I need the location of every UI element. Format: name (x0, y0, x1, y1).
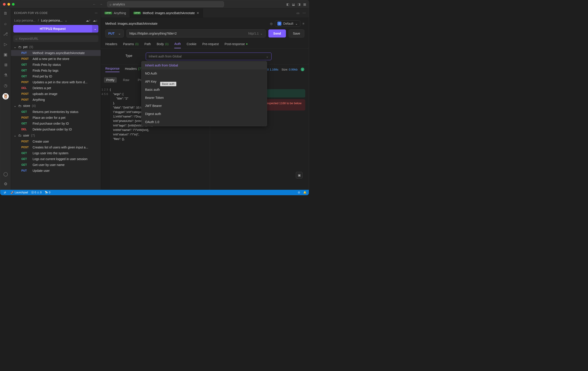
tree-item[interactable]: POSTPlace an order for a pet (11, 115, 101, 121)
layout-right-icon[interactable]: ◨ (298, 2, 301, 6)
close-window[interactable] (3, 3, 6, 6)
chevron-down-icon: ⌄ (14, 134, 16, 137)
tree-item[interactable]: GETFinds Pets by tags (11, 68, 101, 74)
close-icon[interactable]: ✕ (197, 11, 199, 15)
layout-left-icon[interactable]: ◧ (286, 2, 289, 6)
launchpad-button[interactable]: 🚀 Launchpad (10, 191, 28, 194)
tree-item[interactable]: DELDelete purchase order by ID (11, 127, 101, 132)
tab-auth[interactable]: Auth (174, 40, 181, 48)
tree-item[interactable]: GETLogs user into the system (11, 150, 101, 156)
window-controls (3, 3, 15, 6)
nav-back-icon[interactable]: ← (93, 2, 96, 6)
sidebar-search[interactable]: ⌕ Keyword/URL (13, 35, 98, 42)
nav-forward-icon[interactable]: → (99, 2, 103, 6)
source-control-icon[interactable]: ⎇ (3, 31, 8, 37)
url-input[interactable]: https://httpbin.org/anything?title=2 htt… (126, 29, 266, 38)
tree-item[interactable]: GETFind pet by ID (11, 74, 101, 79)
tree-folder[interactable]: ⌄🗀store (4) (11, 103, 101, 109)
tab-anything[interactable]: HTTP Anything (101, 8, 130, 18)
layout-grid-icon[interactable]: ▦ (303, 2, 306, 6)
tree-item[interactable]: GETFind purchase order by ID (11, 121, 101, 127)
tree-item[interactable]: GETLogs out current logged in user sessi… (11, 156, 101, 162)
account-icon[interactable]: ◯ (3, 171, 8, 177)
new-request-button[interactable]: HTTP1/2 Request (13, 25, 92, 32)
tab-post-response[interactable]: Post-response (225, 40, 248, 48)
download-icon[interactable]: ↓ (301, 68, 304, 71)
new-request-caret[interactable]: ⌄ (92, 25, 98, 32)
breadcrumb[interactable]: Lucy persona... / Lucy persona... ⌄ ☁↑ ☁… (11, 18, 101, 23)
maximize-window[interactable] (12, 3, 15, 6)
resp-tab-headers[interactable]: Headers(7) (125, 67, 142, 72)
more-icon[interactable]: ⋯ (95, 11, 98, 15)
tab-headers[interactable]: Headers (105, 40, 117, 48)
auth-option[interactable]: OAuth 1.0 (141, 118, 267, 126)
tree-item[interactable]: POSTuploads an image (11, 91, 101, 97)
chevron-down-icon[interactable]: ⌄ (65, 19, 67, 22)
disc-icon[interactable]: ◎ (270, 22, 273, 25)
auth-option[interactable]: JWT Bearer (141, 102, 267, 110)
panel-icon[interactable]: ▭ (296, 11, 299, 15)
tree-item[interactable]: POSTAdd a new pet to the store (11, 56, 101, 62)
remote-icon[interactable]: 🖥 (3, 62, 8, 68)
environment-select[interactable]: D Default ⌄ (275, 21, 300, 27)
timeline-icon[interactable]: ◷ (3, 83, 8, 88)
run-icon[interactable]: ▷ (3, 42, 8, 47)
tree-item[interactable]: PUTMethod: images.asyncBatchAnnotate (11, 50, 101, 56)
global-search[interactable]: ⌕ analytics (107, 1, 224, 7)
echoapi-icon[interactable]: 🦉 (2, 93, 9, 99)
resp-tab-response[interactable]: Response (105, 67, 119, 72)
search-icon[interactable]: ⌕ (3, 21, 8, 26)
tree-item[interactable]: POSTUpdates a pet in the store with form… (11, 79, 101, 85)
method-badge: POST (21, 92, 30, 95)
method-badge: DEL (21, 128, 30, 131)
tab-params[interactable]: Params(1) (123, 40, 139, 48)
auth-option[interactable]: NO Auth (141, 69, 267, 77)
layout-toggle-icon[interactable]: ▣ (296, 172, 303, 179)
layout-bottom-icon[interactable]: ⬓ (292, 2, 295, 6)
tree-item[interactable]: GETGet user by user name (11, 162, 101, 168)
broadcast-icon[interactable]: ⊙ (298, 191, 300, 194)
extensions-icon[interactable]: ▣ (3, 52, 8, 57)
menu-icon[interactable]: ≡ (303, 22, 304, 25)
chevron-down-icon[interactable]: ⌄ (260, 32, 263, 35)
tab-path[interactable]: Path (144, 40, 151, 48)
tree-item[interactable]: POSTCreate user (11, 138, 101, 144)
tab-cookie[interactable]: Cookie (187, 40, 197, 48)
testing-icon[interactable]: ⚗ (3, 73, 8, 78)
send-button[interactable]: Send (268, 29, 286, 38)
tab-body[interactable]: Body(1) (157, 40, 169, 48)
remote-indicator[interactable]: ⇄ (2, 190, 7, 195)
auth-option[interactable]: Bearer Token (141, 94, 267, 102)
tree-folder[interactable]: ⌄🗀pet (9) (11, 44, 101, 50)
cloud-down-icon[interactable]: ☁↓ (93, 19, 97, 22)
auth-option[interactable]: Inherit auth from Global (141, 61, 267, 69)
method-badge: POST (21, 57, 30, 60)
tree-folder[interactable]: ⌄🗀user (7) (11, 132, 101, 138)
method-badge: DEL (21, 86, 30, 90)
save-button[interactable]: Save (289, 29, 304, 38)
tree-item[interactable]: POSTAnything (11, 97, 101, 103)
tree-item[interactable]: POSTCreates list of users with given inp… (11, 144, 101, 150)
cloud-up-icon[interactable]: ☁↑ (86, 19, 91, 22)
method-select[interactable]: PUT ⌄ (105, 29, 124, 38)
tree-item[interactable]: PUTUpdate user (11, 168, 101, 174)
request-tree[interactable]: ⌄🗀pet (9)PUTMethod: images.asyncBatchAnn… (11, 44, 101, 190)
auth-dropdown[interactable]: Inherit auth from GlobalNO AuthAPI KeyBa… (141, 61, 267, 126)
auth-option[interactable]: Digest auth (141, 110, 267, 118)
view-raw[interactable]: Raw (121, 77, 132, 83)
minimize-window[interactable] (7, 3, 10, 6)
view-pretty[interactable]: Pretty (104, 77, 117, 83)
more-icon[interactable]: ⋯ (303, 11, 306, 15)
ports-count[interactable]: 📡 0 (45, 191, 50, 194)
explorer-icon[interactable]: 🗎 (3, 11, 8, 16)
tree-item[interactable]: DELDeletes a pet (11, 85, 101, 91)
auth-type-select[interactable]: Inherit auth from Global ⌄ (146, 53, 272, 60)
tree-item[interactable]: GETReturns pet inventories by status (11, 109, 101, 115)
tab-method[interactable]: HTTP Method: images.asyncBatchAnnotate ✕ (130, 8, 203, 18)
bell-icon[interactable]: 🔔 (303, 191, 307, 194)
tab-pre-request[interactable]: Pre-request (202, 40, 219, 48)
settings-icon[interactable]: ⚙ (3, 181, 8, 187)
errors-count[interactable]: ⓧ 0 ⚠ 0 (31, 191, 42, 194)
tree-item[interactable]: GETFinds Pets by status (11, 62, 101, 68)
auth-option[interactable]: Basic auth (141, 85, 267, 94)
